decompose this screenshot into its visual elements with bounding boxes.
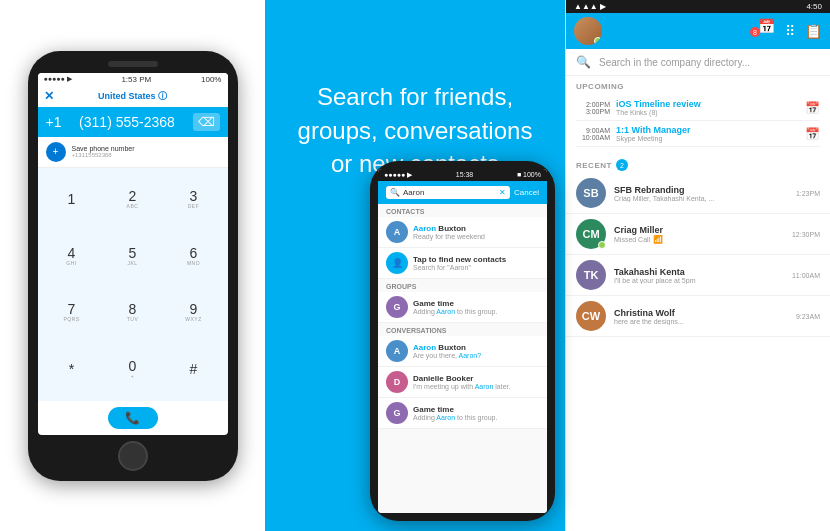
missed-call-label: Missed Call — [614, 236, 650, 243]
dialer-battery: 100% — [201, 75, 221, 84]
recent-label: RECENT — [576, 161, 612, 170]
phone-home-button[interactable] — [118, 441, 148, 471]
dialer-time: 1:53 PM — [121, 75, 151, 84]
recent-section: RECENT 2 SB SFB Rebranding Criag Miller,… — [566, 153, 830, 531]
right-status-bar: ▲▲▲ ▶ 4:50 — [566, 0, 830, 13]
dial-key-num-9: 9 — [190, 302, 198, 316]
dial-key-5[interactable]: 5JKL — [103, 228, 163, 284]
dial-key-letters-0: + — [131, 373, 134, 379]
user-avatar — [574, 17, 602, 45]
find-contacts-info: Tap to find new contacts Search for "Aar… — [413, 255, 539, 271]
upcoming-title-1: 1:1 With Manager — [616, 125, 799, 135]
upcoming-time-0: 2:00PM 3:00PM — [576, 101, 610, 115]
dialer-save-row[interactable]: + Save phone number +13115552368 — [38, 137, 228, 168]
left-section: ●●●●● ▶ 1:53 PM 100% ✕ United States ⓘ +… — [0, 0, 265, 531]
group-name-gametime: Game time — [413, 299, 539, 308]
phone2-search-value[interactable]: Aaron — [403, 188, 496, 197]
dial-key-num-*: * — [69, 362, 74, 376]
calendar-icon-wrapper: 📅 8 — [758, 17, 775, 45]
conv-avatar-gametime: G — [386, 402, 408, 424]
dial-key-letters-8: TUV — [127, 316, 139, 322]
company-search-bar[interactable]: 🔍 Search in the company directory... — [566, 49, 830, 76]
conv-name-gametime: Game time — [413, 405, 539, 414]
upcoming-calendar-icon-1: 📅 — [805, 127, 820, 141]
phone2-clear-icon[interactable]: ✕ — [499, 188, 506, 197]
dialer-save-label: Save phone number — [72, 145, 135, 152]
recent-item-criag[interactable]: CM Criag Miller Missed Call 📶 12:30PM — [566, 214, 830, 255]
upcoming-sub-0: The Kinks (8) — [616, 109, 799, 116]
contact-name-aaron: Aaron Buxton — [413, 224, 539, 233]
phone2-search-box[interactable]: 🔍 Aaron ✕ — [386, 186, 510, 199]
recent-item-christina[interactable]: CW Christina Wolf here are the designs..… — [566, 296, 830, 337]
dial-key-num-0: 0 — [129, 359, 137, 373]
dial-key-num-2: 2 — [129, 189, 137, 203]
calendar-icon[interactable]: 📅 — [758, 18, 775, 34]
dial-key-7[interactable]: 7PQRS — [42, 285, 102, 341]
dial-key-0[interactable]: 0+ — [103, 341, 163, 397]
find-contacts-sub: Search for "Aaron" — [413, 264, 539, 271]
contacts-icon[interactable]: 📋 — [805, 23, 822, 39]
dial-key-3[interactable]: 3DEF — [164, 172, 224, 228]
recent-info-takahashi: Takahashi Kenta I'll be at your place at… — [614, 267, 784, 284]
recent-name-christina: Christina Wolf — [614, 308, 788, 318]
conv-sub-danielle: I'm meeting up with Aaron later. — [413, 383, 539, 390]
phone2-screen: ●●●●● ▶ 15:38 ■ 100% 🔍 Aaron ✕ Cancel Co… — [378, 169, 547, 513]
dial-key-9[interactable]: 9WXYZ — [164, 285, 224, 341]
upcoming-item-1[interactable]: 9:00AM 10:00AM 1:1 With Manager Skype Me… — [576, 121, 820, 147]
contacts-section-label: Contacts — [378, 204, 547, 217]
dialer-number-bar: +1 (311) 555-2368 ⌫ — [38, 107, 228, 137]
phone2-cancel-button[interactable]: Cancel — [514, 188, 539, 197]
right-app-header: 📅 8 ⠿ 📋 — [566, 13, 830, 49]
dial-key-num-6: 6 — [190, 246, 198, 260]
company-search-input[interactable]: Search in the company directory... — [599, 57, 820, 68]
upcoming-sub-1: Skype Meeting — [616, 135, 799, 142]
dialer-country-code: +1 — [46, 114, 62, 130]
group-item-gametime[interactable]: G Game time Adding Aaron to this group. — [378, 292, 547, 323]
conv-info-aaron: Aaron Buxton Are you there, Aaron? — [413, 343, 539, 359]
dialpad-icon[interactable]: ⠿ — [785, 23, 795, 39]
dial-key-#[interactable]: # — [164, 341, 224, 397]
contact-sub-aaron: Ready for the weekend — [413, 233, 539, 240]
recent-name-criag: Criag Miller — [614, 225, 784, 235]
right-section: ▲▲▲ ▶ 4:50 📅 8 ⠿ 📋 🔍 Search in the compa… — [565, 0, 830, 531]
conv-avatar-aaron: A — [386, 340, 408, 362]
dialer-call-button[interactable]: 📞 — [108, 407, 158, 429]
recent-header: RECENT 2 — [566, 153, 830, 173]
phone2-search-icon: 🔍 — [390, 188, 400, 197]
conv-item-aaron[interactable]: A Aaron Buxton Are you there, Aaron? — [378, 336, 547, 367]
dialer-signal: ●●●●● ▶ — [44, 75, 72, 83]
middle-section: Search for friends, groups, conversation… — [265, 0, 565, 531]
upcoming-calendar-icon-0: 📅 — [805, 101, 820, 115]
dialer-country[interactable]: United States ⓘ — [98, 90, 167, 103]
upcoming-item-0[interactable]: 2:00PM 3:00PM iOS Timeline review The Ki… — [576, 95, 820, 121]
phone2-signal: ●●●●● ▶ — [384, 171, 412, 179]
recent-name-takahashi: Takahashi Kenta — [614, 267, 784, 277]
dial-key-4[interactable]: 4GHI — [42, 228, 102, 284]
dialer-close-icon[interactable]: ✕ — [44, 89, 54, 103]
calendar-badge: 8 — [750, 27, 760, 37]
recent-time-christina: 9:23AM — [796, 313, 820, 320]
recent-info-sfb: SFB Rebranding Criag Miller, Takahashi K… — [614, 185, 788, 202]
dial-key-*[interactable]: * — [42, 341, 102, 397]
recent-info-criag: Criag Miller Missed Call 📶 — [614, 225, 784, 244]
find-contacts-item[interactable]: 👤 Tap to find new contacts Search for "A… — [378, 248, 547, 279]
conv-sub-aaron: Are you there, Aaron? — [413, 352, 539, 359]
recent-info-christina: Christina Wolf here are the designs... — [614, 308, 788, 325]
dialer-screen: ●●●●● ▶ 1:53 PM 100% ✕ United States ⓘ +… — [38, 73, 228, 435]
dial-key-letters-9: WXYZ — [185, 316, 201, 322]
dialer-keypad: 12ABC3DEF4GHI5JKL6MNO7PQRS8TUV9WXYZ*0+# — [38, 168, 228, 401]
recent-item-takahashi[interactable]: TK Takahashi Kenta I'll be at your place… — [566, 255, 830, 296]
dial-key-2[interactable]: 2ABC — [103, 172, 163, 228]
dial-key-1[interactable]: 1 — [42, 172, 102, 228]
right-signal: ▲▲▲ ▶ — [574, 2, 606, 11]
dial-key-letters-2: ABC — [127, 203, 139, 209]
conv-name-aaron: Aaron Buxton — [413, 343, 539, 352]
dial-key-6[interactable]: 6MNO — [164, 228, 224, 284]
conv-sub-gametime: Adding Aaron to this group. — [413, 414, 539, 421]
dial-key-8[interactable]: 8TUV — [103, 285, 163, 341]
dialer-backspace-button[interactable]: ⌫ — [193, 113, 220, 131]
conv-item-gametime[interactable]: G Game time Adding Aaron to this group. — [378, 398, 547, 429]
conv-item-danielle[interactable]: D Danielle Booker I'm meeting up with Aa… — [378, 367, 547, 398]
contact-item-aaron[interactable]: A Aaron Buxton Ready for the weekend — [378, 217, 547, 248]
recent-item-sfb[interactable]: SB SFB Rebranding Criag Miller, Takahash… — [566, 173, 830, 214]
